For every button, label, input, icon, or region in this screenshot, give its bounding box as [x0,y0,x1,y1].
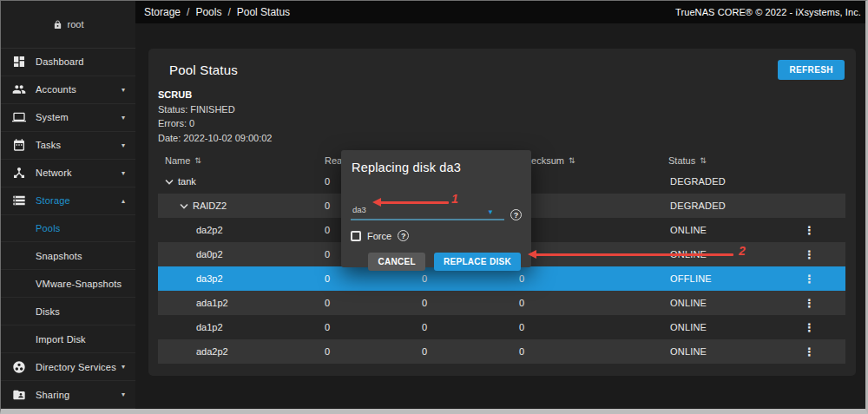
network-icon [11,166,26,181]
system-icon [11,110,26,125]
tasks-icon [11,138,26,153]
row-name: da1p2 [196,322,223,332]
row-write: 0 [422,346,519,357]
sidebar-item-import-disk[interactable]: Import Disk [1,325,135,353]
breadcrumb: Storage/Pools/Pool Status [144,6,290,18]
sidebar-item-snapshots[interactable]: Snapshots [1,242,135,270]
row-menu-icon[interactable]: ⋮ [804,273,815,286]
breadcrumb-item[interactable]: Pool Status [237,6,290,18]
row-checksum: 0 [519,225,668,235]
row-name: RAIDZ2 [193,200,227,211]
storage-icon [11,194,26,208]
sidebar-item-accounts[interactable]: Accounts ▾ [1,76,135,104]
refresh-button[interactable]: REFRESH [778,60,845,80]
row-menu-icon[interactable]: ⋮ [804,321,815,334]
column-header-name[interactable]: Name⇅ [158,155,325,166]
row-status: ONLINE [668,298,797,308]
row-menu-icon[interactable]: ⋮ [804,345,815,358]
sidebar-item-disks[interactable]: Disks [1,298,135,325]
chevron-icon: ▾ [122,114,125,122]
user-panel[interactable]: root [1,1,135,49]
sort-icon: ⇅ [569,156,575,165]
sort-icon: ⇅ [700,156,707,165]
chevron-icon: ▾ [122,363,125,371]
row-checksum: 0 [519,176,668,187]
scrub-title: SCRUB [158,88,856,102]
row-write: 0 [422,273,519,284]
chevron-icon: ▾ [122,141,125,149]
sidebar-item-tasks[interactable]: Tasks ▾ [1,132,135,160]
row-menu-icon[interactable]: ⋮ [804,248,815,261]
sort-icon: ⇅ [194,156,201,165]
row-status: DEGRADED [668,176,797,187]
help-icon[interactable]: ? [398,230,409,241]
row-checksum: 0 [519,200,668,211]
sharing-icon [11,387,26,402]
row-checksum: 0 [519,273,668,284]
breadcrumb-separator: / [227,6,230,18]
dialog-title: Replacing disk da3 [352,161,522,174]
chevron-icon: ▾ [122,86,125,94]
sidebar-item-storage[interactable]: Storage ▴ [1,187,135,215]
row-read: 0 [325,346,422,357]
breadcrumb-separator: / [187,6,189,18]
replace-disk-button[interactable]: REPLACE DISK [434,253,521,271]
dashboard-icon [11,55,26,69]
row-name: da2p2 [196,225,223,235]
directory-services-icon [11,359,26,374]
chevron-down-icon[interactable] [180,203,188,209]
user-name: root [68,19,84,30]
sidebar-item-system[interactable]: System ▾ [1,104,135,132]
row-name: da3p2 [196,273,223,284]
row-status: ONLINE [668,346,797,357]
scrub-status: Status: FINISHED [158,102,856,117]
row-read: 0 [325,273,422,284]
row-status: OFFLINE [668,273,797,284]
table-row-ada1p2[interactable]: ada1p2 0 0 0 ONLINE ⋮ [158,291,845,315]
sidebar-item-directory-services[interactable]: Directory Services ▾ [1,353,135,381]
sidebar-item-pools[interactable]: Pools [1,215,135,243]
sidebar-item-sharing[interactable]: Sharing ▾ [1,381,135,409]
chevron-icon: ▾ [122,169,125,177]
row-checksum: 0 [519,346,668,357]
row-status: ONLINE [668,249,797,260]
row-checksum: 0 [519,322,668,332]
cancel-button[interactable]: CANCEL [368,253,424,271]
chevron-down-icon[interactable] [165,179,174,185]
row-read: 0 [325,322,422,332]
sidebar-item-network[interactable]: Network ▾ [1,160,135,187]
chevron-icon: ▾ [122,391,125,398]
row-menu-icon[interactable]: ⋮ [804,224,815,237]
force-checkbox[interactable] [351,231,361,241]
sidebar-nav: Dashboard Accounts ▾ System ▾ Tasks ▾ Ne… [1,49,135,409]
row-checksum: 0 [519,249,668,260]
row-name: ada2p2 [196,346,228,357]
row-name: tank [178,176,196,187]
scrub-errors: Errors: 0 [158,116,856,131]
breadcrumb-item[interactable]: Pools [195,6,221,18]
force-label: Force [367,231,391,241]
table-row-da1p2[interactable]: da1p2 0 0 0 ONLINE ⋮ [158,315,845,339]
scrub-date: Date: 2022-10-02 09:00:02 [158,131,856,146]
column-header-checksum[interactable]: Checksum⇅ [519,155,668,166]
lock-icon [53,20,62,30]
column-header-status[interactable]: Status⇅ [668,155,797,166]
table-row-ada2p2[interactable]: ada2p2 0 0 0 ONLINE ⋮ [158,339,845,364]
member-disk-value: da3 [352,205,366,214]
row-name: ada1p2 [196,298,228,308]
row-status: ONLINE [668,322,797,332]
row-status: ONLINE [668,225,797,235]
accounts-icon [11,82,26,97]
dropdown-caret-icon: ▼ [487,208,494,216]
sidebar-item-vmware-snapshots[interactable]: VMware-Snapshots [1,270,135,298]
row-write: 0 [422,298,519,308]
truenas-window: root Dashboard Accounts ▾ System ▾ Tasks… [0,0,868,414]
brand-text: TrueNAS CORE® © 2022 - iXsystems, Inc. [675,7,861,17]
help-icon[interactable]: ? [510,209,522,220]
member-disk-select[interactable]: da3 ▼ [351,200,504,220]
chevron-icon: ▴ [122,197,125,205]
row-menu-icon[interactable]: ⋮ [804,297,815,310]
breadcrumb-item[interactable]: Storage [144,6,181,18]
row-status: DEGRADED [668,200,797,211]
sidebar-item-dashboard[interactable]: Dashboard [1,49,135,76]
